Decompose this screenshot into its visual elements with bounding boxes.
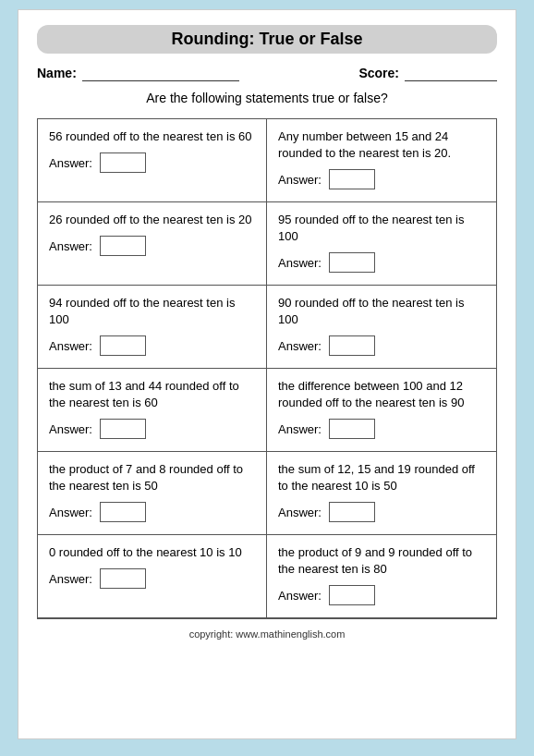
score-field-row: Score:	[358, 65, 497, 81]
question-text-q1: 56 rounded off to the nearest ten is 60	[49, 128, 255, 145]
answer-row-q3: Answer:	[49, 236, 255, 256]
question-text-q7: the sum of 13 and 44 rounded off to the …	[49, 378, 255, 411]
question-cell-q5: 94 rounded off to the nearest ten is 100…	[38, 286, 267, 369]
question-text-q2: Any number between 15 and 24 rounded to …	[278, 128, 485, 162]
copyright-text: copyright: www.mathinenglish.com	[37, 628, 497, 640]
answer-box-q4[interactable]	[329, 252, 375, 273]
answer-label-q3: Answer:	[49, 239, 92, 253]
answer-label-q1: Answer:	[49, 156, 92, 170]
answer-label-q10: Answer:	[278, 506, 322, 519]
answer-label-q2: Answer:	[278, 173, 322, 187]
name-input-line[interactable]	[82, 65, 239, 81]
answer-box-q10[interactable]	[329, 502, 375, 522]
answer-label-q11: Answer:	[49, 572, 92, 586]
question-text-q9: the product of 7 and 8 rounded off to th…	[49, 461, 255, 494]
answer-box-q6[interactable]	[329, 335, 375, 356]
name-score-row: Name: Score:	[37, 65, 497, 81]
answer-box-q11[interactable]	[100, 568, 146, 589]
question-cell-q6: 90 rounded off to the nearest ten is 100…	[267, 286, 496, 369]
answer-box-q5[interactable]	[100, 335, 146, 356]
answer-label-q7: Answer:	[49, 422, 92, 436]
question-cell-q3: 26 rounded off to the nearest ten is 20A…	[38, 202, 267, 286]
question-cell-q4: 95 rounded off to the nearest ten is 100…	[267, 202, 496, 286]
answer-row-q10: Answer:	[278, 502, 485, 522]
answer-box-q7[interactable]	[100, 419, 146, 439]
name-field-row: Name:	[37, 65, 239, 81]
answer-box-q2[interactable]	[329, 169, 375, 189]
question-text-q5: 94 rounded off to the nearest ten is 100	[49, 295, 255, 328]
question-cell-q9: the product of 7 and 8 rounded off to th…	[38, 452, 267, 535]
answer-row-q11: Answer:	[49, 568, 255, 589]
question-text-q8: the difference between 100 and 12 rounde…	[278, 378, 485, 411]
question-cell-q12: the product of 9 and 9 rounded off to th…	[267, 535, 496, 618]
answer-box-q3[interactable]	[100, 236, 146, 256]
question-text-q10: the sum of 12, 15 and 19 rounded off to …	[278, 461, 485, 494]
instructions-text: Are the following statements true or fal…	[37, 91, 497, 105]
score-label: Score:	[358, 66, 399, 80]
answer-row-q1: Answer:	[49, 152, 255, 173]
answer-row-q5: Answer:	[49, 335, 255, 356]
questions-grid: 56 rounded off to the nearest ten is 60A…	[37, 119, 497, 618]
answer-row-q2: Answer:	[278, 169, 485, 189]
answer-label-q4: Answer:	[278, 256, 322, 270]
answer-label-q6: Answer:	[278, 339, 322, 353]
question-text-q4: 95 rounded off to the nearest ten is 100	[278, 212, 485, 245]
bottom-divider	[37, 618, 497, 619]
answer-row-q6: Answer:	[278, 335, 485, 356]
answer-row-q8: Answer:	[278, 419, 485, 439]
score-input-line[interactable]	[405, 65, 497, 81]
question-cell-q1: 56 rounded off to the nearest ten is 60A…	[38, 119, 267, 202]
worksheet-title: Rounding: True or False	[37, 25, 497, 54]
answer-box-q9[interactable]	[100, 502, 146, 522]
question-text-q3: 26 rounded off to the nearest ten is 20	[49, 212, 255, 228]
answer-label-q12: Answer:	[278, 589, 322, 603]
answer-row-q9: Answer:	[49, 502, 255, 522]
answer-label-q8: Answer:	[278, 422, 322, 436]
question-cell-q10: the sum of 12, 15 and 19 rounded off to …	[267, 452, 496, 535]
question-cell-q2: Any number between 15 and 24 rounded to …	[267, 119, 496, 202]
question-text-q11: 0 rounded off to the nearest 10 is 10	[49, 544, 255, 561]
question-cell-q8: the difference between 100 and 12 rounde…	[267, 369, 496, 452]
question-cell-q11: 0 rounded off to the nearest 10 is 10Ans…	[38, 535, 267, 618]
answer-row-q7: Answer:	[49, 419, 255, 439]
question-cell-q7: the sum of 13 and 44 rounded off to the …	[38, 369, 267, 452]
answer-row-q12: Answer:	[278, 585, 485, 605]
answer-box-q8[interactable]	[329, 419, 375, 439]
answer-label-q5: Answer:	[49, 339, 92, 353]
answer-row-q4: Answer:	[278, 252, 485, 273]
question-text-q12: the product of 9 and 9 rounded off to th…	[278, 544, 485, 578]
worksheet-page: Rounding: True or False Name: Score: Are…	[18, 9, 516, 739]
answer-box-q12[interactable]	[329, 585, 375, 605]
answer-box-q1[interactable]	[100, 152, 146, 173]
name-label: Name:	[37, 66, 77, 80]
answer-label-q9: Answer:	[49, 506, 92, 519]
question-text-q6: 90 rounded off to the nearest ten is 100	[278, 295, 485, 328]
